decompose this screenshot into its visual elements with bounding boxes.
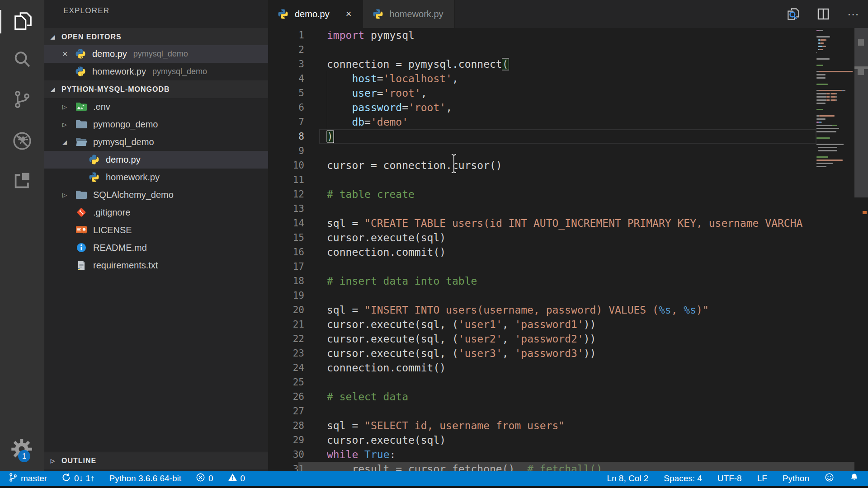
search-editor-icon[interactable] — [785, 5, 802, 23]
activity-search-button[interactable] — [0, 49, 44, 72]
code-line-19[interactable]: 19 — [268, 288, 868, 303]
line-number: 13 — [268, 202, 304, 216]
status-python-3-6-6-64-bit[interactable]: Python 3.6.6 64-bit — [109, 474, 182, 483]
tree-item-.env[interactable]: ▷.env — [44, 98, 268, 116]
tree-item-pymysql_demo[interactable]: ◢pymysql_demo — [44, 133, 268, 151]
line-content: cursor = connection.cursor() — [327, 158, 816, 173]
code-line-23[interactable]: 23cursor.execute(sql, ('user3', 'passwor… — [268, 346, 868, 361]
minimap-line — [819, 71, 853, 72]
tree-item-.gitignore[interactable]: .gitignore — [44, 204, 268, 221]
activity-explorer-button[interactable] — [0, 10, 44, 33]
line-number: 28 — [268, 418, 304, 433]
tree-item-pymongo_demo[interactable]: ▷pymongo_demo — [44, 116, 268, 133]
search-icon — [12, 49, 33, 72]
tree-item-README.md[interactable]: README.md — [44, 239, 268, 257]
activity-debug-button[interactable] — [0, 130, 44, 154]
code-line-5[interactable]: 5 user='root', — [268, 86, 868, 100]
file-detail: pymysql_demo — [152, 67, 207, 76]
workspace-folder-header[interactable]: ◢ PYTHON-MYSQL-MONGODB — [44, 80, 268, 98]
line-number: 29 — [268, 433, 304, 447]
status-text: UTF-8 — [717, 474, 742, 483]
horizontal-scrollbar[interactable] — [298, 462, 854, 471]
tree-item-SQLAlchemy_demo[interactable]: ▷SQLAlchemy_demo — [44, 186, 268, 204]
file-label: .env — [93, 102, 110, 112]
minimap-line — [818, 150, 837, 151]
code-line-1[interactable]: 1import pymysql — [268, 28, 868, 42]
minimap-line — [816, 122, 819, 123]
split-editor-icon[interactable] — [815, 5, 832, 23]
code-line-27[interactable]: 27 — [268, 404, 868, 418]
line-content — [327, 288, 816, 303]
code-line-28[interactable]: 28sql = "SELECT id, username from users" — [268, 418, 868, 433]
file-label: demo.py — [92, 49, 127, 59]
status-utf-8[interactable]: UTF-8 — [717, 474, 742, 483]
code-line-15[interactable]: 15cursor.execute(sql) — [268, 230, 868, 245]
code-line-20[interactable]: 20sql = "INSERT INTO users(username, pas… — [268, 303, 868, 317]
code-line-9[interactable]: 9 — [268, 144, 868, 158]
line-number: 16 — [268, 245, 304, 259]
activity-source-control-button[interactable] — [0, 89, 44, 112]
minimap-line — [821, 42, 823, 44]
minimap-line — [816, 99, 826, 101]
open-editor-homework.py[interactable]: homework.pypymysql_demo — [44, 63, 268, 80]
code-line-2[interactable]: 2 — [268, 42, 868, 57]
open-editors-header[interactable]: ◢ OPEN EDITORS — [44, 28, 268, 46]
overview-ruler-mark — [858, 69, 864, 75]
status-0[interactable]: 0 — [196, 473, 213, 484]
vertical-scrollbar[interactable] — [854, 28, 868, 471]
code-line-10[interactable]: 10cursor = connection.cursor() — [268, 158, 868, 173]
status-master[interactable]: master — [8, 473, 47, 484]
status-bell[interactable] — [849, 473, 859, 484]
minimap[interactable] — [816, 28, 854, 471]
code-line-16[interactable]: 16connection.commit() — [268, 245, 868, 259]
status-0[interactable]: 0 — [228, 473, 245, 484]
tree-item-demo.py[interactable]: demo.py — [44, 151, 268, 169]
minimap-line — [816, 137, 830, 139]
minimap-line — [836, 96, 837, 98]
tab-homework.py[interactable]: homework.py — [363, 0, 455, 28]
status-ln-8-col-2[interactable]: Ln 8, Col 2 — [607, 474, 648, 483]
scrollbar-slider[interactable] — [854, 28, 868, 197]
tree-item-requirements.txt[interactable]: requirements.txt — [44, 257, 268, 274]
outline-header[interactable]: ▷ OUTLINE — [44, 452, 268, 469]
code-line-4[interactable]: 4 host='localhost', — [268, 71, 868, 86]
code-line-17[interactable]: 17 — [268, 259, 868, 274]
code-line-25[interactable]: 25 — [268, 375, 868, 389]
tab-demo.py[interactable]: demo.py× — [268, 0, 363, 28]
code-line-7[interactable]: 7 db='demo' — [268, 115, 868, 129]
warning-icon — [228, 473, 241, 484]
tree-item-LICENSE[interactable]: LICENSE — [44, 221, 268, 239]
close-icon[interactable]: × — [62, 49, 74, 59]
status-lf[interactable]: LF — [757, 474, 767, 483]
code-line-14[interactable]: 14sql = "CREATE TABLE users(id INT AUTO_… — [268, 216, 868, 230]
code-line-18[interactable]: 18# insert data into table — [268, 274, 868, 288]
more-actions-icon[interactable]: ··· — [844, 5, 862, 23]
code-line-13[interactable]: 13 — [268, 202, 868, 216]
python-icon — [74, 48, 88, 60]
status-smiley[interactable] — [825, 473, 834, 484]
code-line-22[interactable]: 22cursor.execute(sql, ('user2', 'passwor… — [268, 332, 868, 346]
code-line-29[interactable]: 29cursor.execute(sql) — [268, 433, 868, 447]
code-line-3[interactable]: 3connection = pymysql.connect( — [268, 57, 868, 71]
code-line-26[interactable]: 26# select data — [268, 389, 868, 404]
status-spaces-4[interactable]: Spaces: 4 — [664, 474, 702, 483]
code-line-6[interactable]: 6 password='root', — [268, 100, 868, 115]
status-python[interactable]: Python — [783, 474, 809, 483]
line-content — [327, 259, 816, 274]
folder-open-icon — [75, 136, 89, 148]
line-content: sql = "CREATE TABLE users(id INT AUTO_IN… — [327, 216, 816, 230]
line-content: user='root', — [327, 86, 816, 100]
activity-extensions-button[interactable] — [0, 170, 44, 193]
code-line-24[interactable]: 24connection.commit() — [268, 361, 868, 375]
open-editor-demo.py[interactable]: ×demo.pypymysql_demo — [44, 45, 268, 63]
code-line-30[interactable]: 30while True: — [268, 447, 868, 462]
minimap-line — [816, 128, 839, 129]
tree-item-homework.py[interactable]: homework.py — [44, 169, 268, 186]
chevron-right-icon: ▷ — [62, 192, 75, 198]
status-0-1-[interactable]: 0↓ 1↑ — [61, 473, 94, 484]
code-editor[interactable]: 1import pymysql23connection = pymysql.co… — [268, 28, 868, 471]
code-line-21[interactable]: 21cursor.execute(sql, ('user1', 'passwor… — [268, 317, 868, 332]
code-line-11[interactable]: 11 — [268, 173, 868, 187]
code-line-12[interactable]: 12# table create — [268, 187, 868, 202]
close-icon[interactable]: × — [346, 8, 352, 20]
